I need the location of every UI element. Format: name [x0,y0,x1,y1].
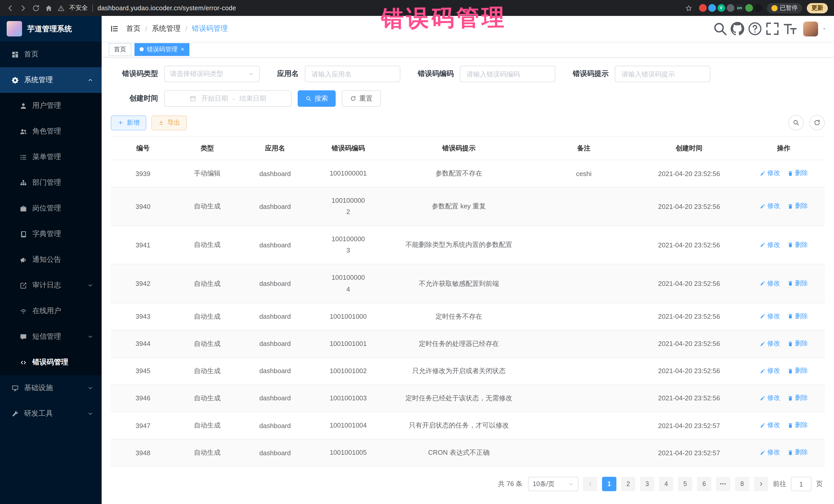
table-cell: 自动生成 [175,357,239,385]
delete-link[interactable]: 删除 [787,279,808,288]
sidebar-item-user[interactable]: 用户管理 [0,93,102,118]
table-cell-operations: 修改删除 [743,160,825,187]
sidebar-item-label: 部门管理 [32,178,61,187]
tag-close-icon[interactable] [181,46,184,53]
extension-icon-red[interactable] [699,4,706,12]
sidebar-item-label: 通知公告 [32,255,61,264]
browser-update-button[interactable]: 更新 [807,3,828,13]
help-icon[interactable] [747,20,763,38]
delete-link[interactable]: 删除 [787,169,808,178]
search-button[interactable]: 搜索 [298,90,336,107]
edit-link[interactable]: 修改 [760,312,780,321]
date-range-picker[interactable]: 开始日期 - 结束日期 [164,90,291,107]
edit-link[interactable]: 修改 [760,339,780,348]
next-page-button[interactable] [754,477,768,491]
page-number-button[interactable]: 3 [640,477,654,491]
table-cell: 3948 [111,439,175,466]
table-cell: dashboard [239,330,311,357]
table-cell: 自动生成 [175,330,239,357]
sidebar-item-infra[interactable]: 基础设施 [0,375,102,401]
sidebar-item-menu[interactable]: 菜单管理 [0,144,102,170]
breadcrumb-home[interactable]: 首页 [126,24,140,34]
sidebar-item-notice[interactable]: 通知公告 [0,247,102,272]
page-number-button[interactable]: 4 [659,477,673,491]
filter-error-type: 错误码类型 请选择错误码类型 [111,66,260,82]
extension-icon-paw[interactable] [754,4,762,12]
extension-icon-gray[interactable] [726,4,734,12]
refresh-table-button[interactable] [809,115,825,130]
pager-more-button[interactable]: ••• [716,477,730,491]
export-button[interactable]: 导出 [151,115,187,130]
page-number-button[interactable]: 2 [621,477,635,491]
sidebar-toggle-icon[interactable] [110,24,119,34]
extension-icon-green[interactable]: V [717,4,725,12]
delete-link[interactable]: 删除 [787,394,808,402]
browser-back-icon[interactable] [6,4,14,12]
delete-link[interactable]: 删除 [787,202,808,211]
page-number-button[interactable]: 5 [678,477,692,491]
bookmark-star-icon[interactable] [684,4,693,12]
browser-forward-icon[interactable] [19,4,27,12]
delete-link[interactable]: 删除 [787,240,808,249]
sidebar-item-post[interactable]: 岗位管理 [0,196,102,221]
edit-link[interactable]: 修改 [760,448,780,457]
delete-link[interactable]: 删除 [787,312,808,321]
caret-down-icon[interactable] [822,26,827,31]
font-size-icon[interactable] [782,20,798,38]
error-type-label: 错误码类型 [111,69,158,79]
edit-link[interactable]: 修改 [760,240,780,249]
table-cell: 1001001003 [311,385,386,412]
sidebar-item-dict[interactable]: 字典管理 [0,221,102,247]
logo[interactable]: 芋道管理系统 [0,16,102,42]
edit-link[interactable]: 修改 [760,202,780,211]
sidebar-item-error-code[interactable]: 错误码管理 [0,350,102,375]
search-icon[interactable] [712,20,728,38]
trash-icon [787,450,793,456]
sidebar-item-dept[interactable]: 部门管理 [0,170,102,196]
profile-paused-badge[interactable]: 已暂停 [767,3,802,13]
toggle-search-button[interactable] [788,115,804,130]
sidebar-item-audit-log[interactable]: 审计日志 [0,272,102,298]
view-tag[interactable]: 错误码管理 [134,43,190,56]
page-size-select[interactable]: 10条/页 [528,477,578,491]
sidebar-item-dev-tools[interactable]: 研发工具 [0,401,102,426]
sidebar-item-home[interactable]: 首页 [0,42,102,67]
edit-link[interactable]: 修改 [760,394,780,402]
delete-link[interactable]: 删除 [787,367,808,375]
breadcrumb-system[interactable]: 系统管理 [152,24,181,34]
chevron-down-icon [87,385,93,391]
error-code-input[interactable] [460,66,555,82]
url-text[interactable]: dashboard.yudao.iocoder.cn/system/error-… [97,4,236,12]
edit-link[interactable]: 修改 [760,169,780,178]
page-number-button[interactable]: 1 [602,477,616,491]
sidebar-item-system[interactable]: 系统管理 [0,67,102,93]
edit-link[interactable]: 修改 [760,279,780,288]
page-number-button[interactable]: 8 [735,477,749,491]
user-avatar[interactable] [803,21,818,36]
error-hint-input[interactable] [615,66,710,82]
sidebar-item-role[interactable]: 角色管理 [0,118,102,144]
error-type-select[interactable]: 请选择错误码类型 [164,66,260,82]
delete-link[interactable]: 删除 [787,448,808,457]
edit-link[interactable]: 修改 [760,367,780,375]
fullscreen-icon[interactable] [764,20,781,38]
prev-page-button[interactable] [583,477,597,491]
table-cell: 2021-04-20 23:52:56 [636,357,743,385]
edit-link[interactable]: 修改 [760,421,780,430]
browser-reload-icon[interactable] [32,4,40,12]
browser-home-icon[interactable] [45,4,53,12]
view-tag[interactable]: 首页 [109,43,131,56]
sidebar-item-sms[interactable]: 短信管理 [0,324,102,350]
delete-link[interactable]: 删除 [787,339,808,348]
delete-link[interactable]: 删除 [787,421,808,430]
page-number-button[interactable]: 6 [697,477,711,491]
extension-icon-blue[interactable] [708,4,716,12]
reset-button[interactable]: 重置 [342,90,381,107]
extension-icon-leaf[interactable] [745,4,753,12]
goto-page-input[interactable] [791,477,811,491]
github-icon[interactable] [729,20,746,38]
extension-icon-switch[interactable]: on [736,4,743,12]
sidebar-item-online-user[interactable]: 在线用户 [0,298,102,324]
add-button[interactable]: 新增 [111,115,146,130]
app-name-input[interactable] [305,66,400,82]
